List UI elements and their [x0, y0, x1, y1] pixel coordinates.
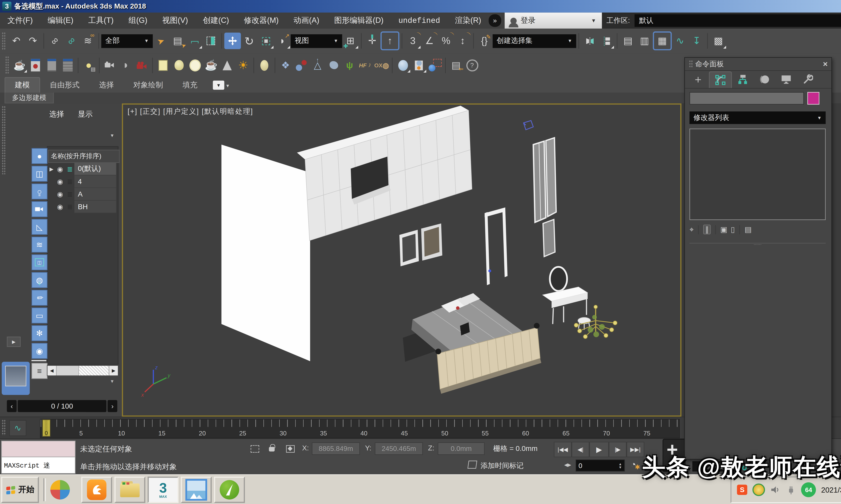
tab-display[interactable] [775, 71, 797, 87]
layer-name[interactable]: BH [74, 201, 116, 213]
next-frame-icon[interactable]: › [108, 400, 117, 412]
dresser-with-mirror[interactable] [543, 267, 590, 330]
visibility-eye-icon[interactable]: ◉ [55, 163, 65, 176]
track-bar-ruler[interactable]: 0 5 10 15 20 25 30 35 40 45 50 55 60 65 … [40, 419, 680, 438]
menu-undefined[interactable]: undefined [391, 16, 448, 25]
object-color-swatch[interactable] [807, 92, 819, 105]
tray-date[interactable]: 2021/3/28 [821, 486, 841, 494]
tab-create[interactable]: ＋ [687, 71, 709, 87]
close-icon[interactable]: ✕ [823, 60, 828, 68]
tray-64-badge[interactable]: 64 [801, 482, 816, 497]
show-end-result-icon[interactable]: ∥ [703, 224, 711, 234]
visibility-eye-icon[interactable]: ◉ [55, 201, 65, 213]
filter-geometry-icon[interactable]: ● [32, 148, 48, 164]
tray-volume-icon[interactable] [770, 485, 780, 495]
tab-hierarchy[interactable] [732, 71, 754, 87]
spinner-arrows-icon[interactable]: ▲▼ [619, 462, 622, 469]
chevron-down-icon[interactable]: ▼ [110, 379, 114, 384]
explorer-row-4[interactable]: ◉ ≣ 4 [48, 175, 116, 188]
tray-power-plug-icon[interactable] [786, 485, 796, 495]
grass-button[interactable]: ψ [342, 57, 358, 73]
wardrobe[interactable] [297, 106, 472, 240]
scroll-right-icon[interactable]: ▶ [109, 366, 118, 376]
rock-button[interactable] [326, 57, 342, 73]
picture-frames[interactable] [399, 223, 442, 266]
filter-cameras-icon[interactable] [32, 201, 48, 217]
ribbon-tab-selection[interactable]: 选择 [89, 78, 124, 93]
menu-views[interactable]: 视图(V) [155, 16, 195, 26]
ribbon-tab-populate[interactable]: 填充 [173, 78, 207, 93]
next-frame-button[interactable]: |▶ [609, 442, 627, 457]
viewport-scene[interactable]: y x z [123, 105, 680, 416]
go-to-start-button[interactable]: |◀◀ [554, 442, 571, 457]
oval-light-button[interactable] [256, 57, 272, 73]
start-button[interactable]: 开始 [1, 476, 39, 503]
ribbon-minimize-icon[interactable]: ▼ [213, 80, 224, 90]
bed[interactable] [411, 293, 541, 394]
menu-group[interactable]: 组(G) [121, 16, 155, 26]
rectangular-selection-region-button[interactable]: ⌐¬ [186, 33, 203, 49]
particle-array-button[interactable]: ❖ [277, 57, 293, 73]
layer-name[interactable]: A [74, 188, 116, 201]
explorer-h-scrollbar[interactable]: ◀ ▶ [47, 365, 118, 376]
filter-xrefs-icon[interactable]: ◫ [32, 254, 48, 270]
visibility-eye-icon[interactable]: ◉ [55, 175, 65, 188]
scene-converter-button[interactable]: ▤⇐ [448, 57, 464, 73]
scroll-thumb[interactable] [57, 366, 79, 376]
reference-coordinate-system-dropdown[interactable]: 视图 ▼ [291, 34, 342, 48]
hair-fur-button[interactable]: HF﹚ [358, 57, 374, 73]
viewport-layout-thumbnail[interactable] [2, 362, 30, 395]
uc-browser-button[interactable] [81, 476, 112, 503]
light-lister-button[interactable] [59, 57, 75, 73]
current-frame-spinner[interactable]: 0 ▲▼ [576, 460, 625, 471]
render-teapot-button[interactable]: ☕ [12, 57, 28, 73]
maxscript-mini-listener[interactable]: MAXScript 迷 [1, 441, 75, 474]
selection-filter-dropdown[interactable]: 全部 ▼ [101, 34, 153, 48]
explorer-name-column-header[interactable]: 名称(按升序排序) [48, 150, 120, 163]
visibility-eye-icon[interactable]: ◉ [55, 188, 65, 201]
dock-expand-button[interactable]: ▶ [7, 337, 21, 347]
wall-plane[interactable] [221, 145, 310, 361]
door-frame[interactable] [485, 208, 508, 285]
help-button[interactable]: ? [464, 57, 480, 73]
named-selection-sets-dropdown[interactable]: 创建选择集 ▼ [493, 34, 576, 48]
ribbon-tab-freeform[interactable]: 自由形式 [40, 78, 89, 93]
ribbon-panel-polygon-modeling[interactable]: 多边形建模 [4, 93, 54, 104]
layer-name[interactable]: 0(默认) [74, 163, 116, 176]
menu-rendering[interactable]: 渲染(R) [448, 16, 488, 26]
camera-button[interactable] [102, 57, 118, 73]
absolute-offset-toggle-icon[interactable] [286, 445, 295, 455]
command-panel-titlebar[interactable]: 命令面板 ✕ [685, 58, 831, 71]
explorer-row-layer0[interactable]: ▶ ◉ ≣ 0(默认) [48, 163, 116, 176]
disc-light-button[interactable] [187, 57, 203, 73]
align-button[interactable] [598, 33, 615, 49]
time-configuration-icon[interactable]: ◔✱ [631, 460, 636, 470]
sign-in-control[interactable]: 登录 ▼ [504, 13, 602, 29]
exposure-control-button[interactable] [44, 57, 59, 73]
chevron-down-icon[interactable]: ▼ [225, 84, 230, 89]
listener-macro-line[interactable] [2, 441, 75, 457]
menu-graph-editors[interactable]: 图形编辑器(D) [327, 16, 391, 26]
menu-edit[interactable]: 编辑(E) [40, 16, 81, 26]
select-and-manipulate-button[interactable]: ✛▮ [364, 33, 381, 49]
place-highlight-button[interactable]: ●▤ [81, 57, 97, 73]
toolbar-grip[interactable] [5, 56, 9, 74]
filter-lights-icon[interactable]: ○≡ [32, 183, 48, 199]
pin-stack-icon[interactable]: ⌖ [689, 225, 694, 234]
curve-editor-button[interactable]: ∿ [672, 33, 688, 49]
add-time-tag[interactable]: 添加时间标记 [481, 461, 524, 471]
fur-ox-button[interactable]: OX◍ [374, 57, 390, 73]
selection-lock-region-icon[interactable] [251, 445, 259, 455]
mini-curve-editor-button[interactable]: ∿ [9, 420, 26, 436]
viewport[interactable]: [+] [正交] [用户定义] [默认明暗处理] [122, 104, 682, 417]
select-and-scale-button[interactable] [258, 33, 274, 49]
percent-snap-toggle[interactable]: % [437, 33, 454, 49]
listener-script-line[interactable]: MAXScript 迷 [2, 457, 75, 473]
toolbar-grip[interactable] [2, 32, 6, 50]
object-paint-button[interactable] [411, 57, 427, 73]
select-and-place-button[interactable]: ◗↗ [274, 33, 291, 49]
layer-name[interactable]: 4 [74, 175, 116, 188]
menu-animation[interactable]: 动画(A) [286, 16, 327, 26]
filter-helpers-icon[interactable]: ◺ [32, 219, 48, 235]
explorer-menu-display[interactable]: 显示 [78, 109, 93, 120]
